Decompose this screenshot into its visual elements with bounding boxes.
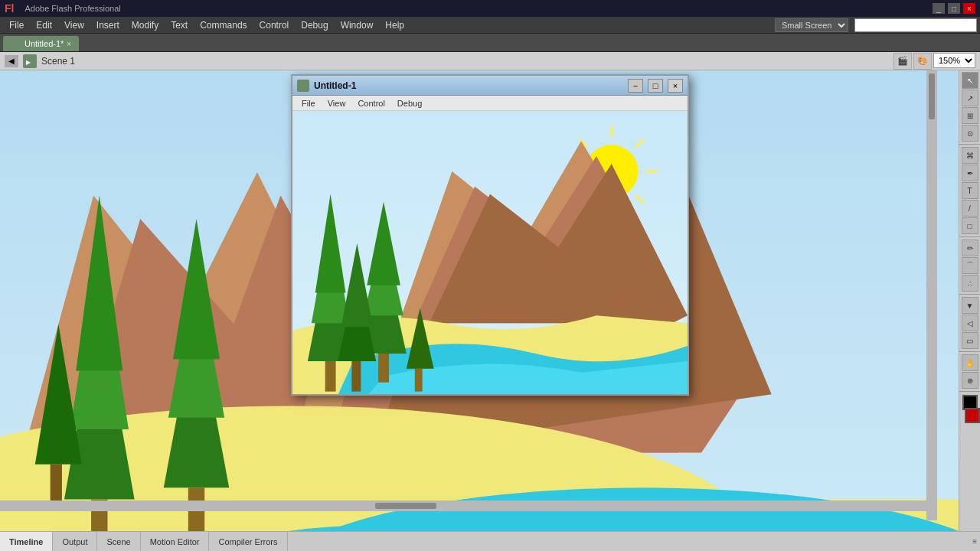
menu-file[interactable]: File	[3, 18, 30, 32]
pen-tool[interactable]: ✒	[962, 165, 978, 181]
float-canvas	[292, 111, 688, 394]
tab-label: Untitled-1*	[24, 39, 64, 48]
search-input[interactable]	[854, 18, 977, 32]
float-menu-file[interactable]: File	[296, 98, 322, 109]
free-transform-tool[interactable]: ⊞	[962, 107, 978, 124]
lasso-tool[interactable]: ⌘	[962, 147, 978, 164]
toolbar-sep-4	[959, 351, 980, 352]
float-title-bar[interactable]: Untitled-1 − □ ×	[292, 76, 688, 96]
bottom-tab-compiler-errors[interactable]: Compiler Errors	[209, 532, 287, 551]
bottom-tab-output[interactable]: Output	[53, 532, 97, 551]
float-close-button[interactable]: ×	[668, 79, 683, 93]
brush-tool[interactable]: ⌒	[962, 257, 978, 274]
tab-close-icon[interactable]: ×	[67, 40, 71, 48]
float-title-text: Untitled-1	[314, 80, 623, 91]
close-button[interactable]: ×	[963, 3, 975, 14]
rect-tool[interactable]: □	[962, 217, 978, 234]
minimize-button[interactable]: _	[933, 3, 945, 14]
menu-modify[interactable]: Modify	[126, 18, 165, 32]
svg-rect-21	[51, 465, 62, 505]
scene-name: Scene 1	[41, 56, 75, 67]
toolbar-right: 🎬 🎨 150% 100% 75% 50%	[893, 53, 975, 70]
stage-icon[interactable]: 🎬	[893, 53, 912, 70]
toolbar-sep-2	[959, 236, 980, 237]
select-tool[interactable]: ↖	[962, 72, 978, 89]
bottom-tab-scene[interactable]: Scene	[97, 532, 140, 551]
app-logo: Fl	[5, 2, 14, 15]
menu-right: Small Screen	[775, 18, 977, 32]
float-minimize-button[interactable]: −	[628, 79, 643, 93]
screen-select[interactable]: Small Screen	[775, 18, 848, 32]
menu-window[interactable]: Window	[335, 18, 380, 32]
toolbar-sep-1	[959, 144, 980, 145]
menu-help[interactable]: Help	[379, 18, 410, 32]
hand-tool[interactable]: ✋	[962, 354, 978, 371]
color-icon[interactable]: 🎨	[913, 53, 932, 70]
bottom-tab-timeline[interactable]: Timeline	[0, 532, 53, 551]
text-tool[interactable]: T	[962, 182, 978, 199]
3d-rotate-tool[interactable]: ⊙	[962, 125, 978, 142]
eyedropper-tool[interactable]: ◁	[962, 315, 978, 331]
horizontal-scrollbar[interactable]	[0, 500, 937, 511]
scene-icon: ▶	[23, 54, 37, 68]
bg-color-swatch[interactable]	[965, 408, 980, 423]
tab-bar: Untitled-1* ×	[0, 34, 980, 52]
menu-bar: File Edit View Insert Modify Text Comman…	[0, 17, 980, 34]
v-scroll-thumb[interactable]	[929, 73, 935, 119]
float-window: Untitled-1 − □ × File View Control Debug	[291, 74, 689, 396]
bottom-tab-motion-editor[interactable]: Motion Editor	[141, 532, 210, 551]
menu-control[interactable]: Control	[253, 18, 296, 32]
svg-rect-42	[378, 354, 389, 383]
h-scroll-thumb[interactable]	[375, 503, 436, 509]
svg-rect-38	[325, 361, 336, 392]
title-bar-label: Adobe Flash Professional	[24, 4, 120, 13]
menu-view[interactable]: View	[58, 18, 90, 32]
menu-edit[interactable]: Edit	[30, 18, 58, 32]
float-menu-view[interactable]: View	[322, 98, 352, 109]
float-maximize-button[interactable]: □	[648, 79, 663, 93]
menu-text[interactable]: Text	[165, 18, 194, 32]
float-scene-svg	[292, 111, 688, 394]
back-button[interactable]: ◀	[5, 55, 18, 67]
maximize-button[interactable]: □	[948, 3, 960, 14]
tab-icon	[11, 38, 21, 49]
line-tool[interactable]: /	[962, 200, 978, 217]
window-controls: _ □ ×	[933, 3, 975, 14]
float-menu-control[interactable]: Control	[351, 98, 390, 109]
ink-bucket-tool[interactable]: ▼	[962, 297, 978, 314]
float-menu-bar: File View Control Debug	[292, 96, 688, 111]
pencil-tool[interactable]: ✏	[962, 240, 978, 256]
menu-insert[interactable]: Insert	[90, 18, 126, 32]
main-area: Untitled-1 − □ × File View Control Debug	[0, 70, 980, 531]
menu-commands[interactable]: Commands	[194, 18, 253, 32]
toolbar-sep-5	[959, 391, 980, 392]
svg-text:▶: ▶	[26, 59, 31, 66]
svg-rect-47	[415, 369, 423, 392]
bottom-right-icon: ≡	[972, 537, 980, 546]
menu-debug[interactable]: Debug	[295, 18, 334, 32]
toolbar-sep-3	[959, 294, 980, 295]
canvas-area[interactable]: Untitled-1 − □ × File View Control Debug	[0, 70, 959, 531]
svg-rect-45	[351, 361, 361, 392]
float-window-icon	[297, 80, 309, 92]
bottom-panel: Timeline Output Scene Motion Editor Comp…	[0, 531, 980, 551]
vertical-scrollbar[interactable]	[926, 70, 937, 520]
title-bar: Fl Adobe Flash Professional _ □ ×	[0, 0, 980, 17]
eraser-tool[interactable]: ▭	[962, 332, 978, 349]
scene-bar: ◀ ▶ Scene 1 🎬 🎨 150% 100% 75% 50%	[0, 52, 980, 70]
spray-tool[interactable]: ∴	[962, 275, 978, 292]
zoom-tool[interactable]: ⊕	[962, 372, 978, 389]
document-tab[interactable]: Untitled-1* ×	[3, 36, 79, 51]
float-menu-debug[interactable]: Debug	[391, 98, 428, 109]
zoom-select[interactable]: 150% 100% 75% 50%	[933, 53, 975, 68]
right-toolbar: ↖ ↗ ⊞ ⊙ ⌘ ✒ T / □ ✏ ⌒ ∴ ▼ ◁ ▭ ✋ ⊕	[959, 70, 980, 531]
subselect-tool[interactable]: ↗	[962, 90, 978, 106]
